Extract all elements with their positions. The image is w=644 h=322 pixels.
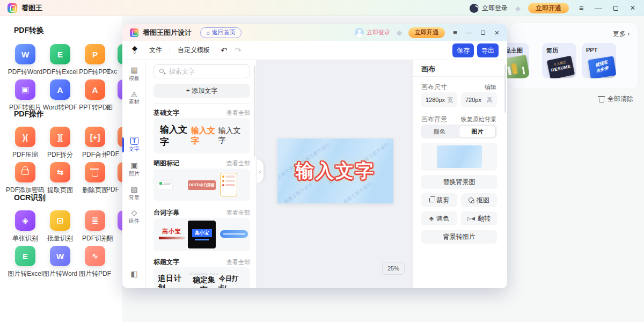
tool-ppt-to-pdf[interactable]: A PPT转PDF [85, 79, 105, 100]
subtitle-red-thumbnail[interactable]: 高小宝 [159, 228, 185, 239]
tab-photo[interactable]: ▣ 照片 [122, 161, 146, 178]
height-field[interactable]: 720px 高 [461, 92, 497, 107]
title-sample-2[interactable]: GAODING YOU 稳定集市 [189, 272, 219, 288]
subtitles-card: 高小宝 高小宝 [153, 218, 250, 251]
view-all-link[interactable]: 查看全部 [226, 159, 250, 167]
export-button[interactable]: 导出 [477, 43, 499, 57]
cutout-button[interactable]: 抠图 [461, 193, 497, 207]
search-input[interactable] [169, 65, 248, 78]
tool-delete-pages[interactable]: 删除页面 [85, 162, 105, 182]
modal-close-button[interactable]: × [493, 28, 501, 37]
bg-to-image-button[interactable]: 背景转图片 [421, 230, 497, 244]
modal-login-button[interactable]: 立即登录 [355, 28, 390, 37]
crop-button[interactable]: 裁剪 [421, 193, 457, 207]
bg-type-segmented: 颜色 图片 [421, 125, 497, 138]
save-button[interactable]: 保存 [452, 43, 474, 57]
collapse-panel-button[interactable]: ◧ [122, 269, 146, 278]
close-button[interactable]: × [628, 0, 638, 16]
subtitle-dark-thumbnail[interactable]: 高小宝 [188, 221, 216, 248]
props-scrollbar[interactable] [504, 64, 506, 113]
edit-size-link[interactable]: 编辑 [485, 83, 496, 91]
checklist-mark-thumbnail[interactable] [220, 173, 237, 196]
tool-word-to-pdf[interactable]: A Word转PDF [50, 79, 70, 100]
text-sample-bold[interactable]: 输入文字 [160, 123, 191, 148]
title-sample-3[interactable]: 今日打卡! [217, 274, 246, 288]
tool-image-to-pdf[interactable]: ∿ 图片转PDF [85, 246, 105, 266]
tool-pdf-compress[interactable]: )( PDF压缩 [15, 127, 35, 147]
title-sample-1[interactable]: 追日计划 [158, 274, 189, 288]
maximize-button[interactable] [611, 0, 620, 16]
image-design-modal: 看图王图片设计 ⌂ 返回首页 立即登录 ◆ 立即开通 ≡ — × ◆ [122, 24, 507, 288]
search-icon [159, 69, 164, 73]
text-sample-outline[interactable]: 输入文字 [191, 126, 218, 146]
note-mark-thumbnail[interactable] [158, 180, 173, 189]
canvas-artboard[interactable]: 看图王图片设计 看图王图片设计 看图王图片设计 看图王图片设计 看图王图片设计 … [277, 138, 393, 203]
modal-upgrade-button[interactable]: 立即开通 [408, 27, 445, 38]
tab-background[interactable]: ▨ 背景 [122, 185, 146, 201]
ootd-mark-thumbnail[interactable]: OOTD今日穿搭 [188, 180, 216, 190]
split-icon: ][ [50, 127, 70, 147]
back-home-button[interactable]: ⌂ 返回首页 [200, 27, 241, 38]
avatar [355, 28, 364, 37]
view-all-link[interactable]: 查看全部 [226, 258, 250, 266]
tool-pdf-to-excel[interactable]: E PDF转Excel [50, 44, 70, 64]
tab-assets[interactable]: ◬ 素材 [122, 89, 146, 106]
redo-button[interactable]: ↷ [235, 46, 242, 55]
pdf-doc-icon: A [50, 79, 70, 100]
modal-minimize-button[interactable]: — [465, 28, 473, 36]
modal-menu-icon[interactable]: ≡ [451, 28, 459, 36]
more-templates-link[interactable]: 更多 › [613, 30, 630, 39]
tool-pdf-password[interactable]: PDF添加密码 [15, 162, 35, 182]
view-all-link[interactable]: 查看全部 [226, 209, 250, 217]
tab-image[interactable]: 图片 [459, 126, 496, 137]
maximize-icon [613, 6, 618, 11]
clear-all-button[interactable]: 全部清除 [599, 94, 633, 104]
replace-bg-button[interactable]: 替换背景图 [421, 175, 497, 189]
template-card-resume[interactable]: 简历 个人简历 RESUME [542, 43, 576, 78]
tool-pdf-to-word[interactable]: W PDF转Word [15, 44, 35, 64]
collapse-handle[interactable]: ‹ [257, 159, 264, 183]
panel-scrollbar[interactable] [254, 65, 255, 157]
tool-extract-pages[interactable]: ⇆ 提取页面 [50, 162, 70, 182]
zoom-level-badge[interactable]: 25% [382, 262, 405, 275]
upgrade-button[interactable]: 立即开通 [528, 3, 569, 13]
chevron-left-icon: ‹ [259, 169, 261, 174]
view-all-link[interactable]: 查看全部 [226, 109, 250, 117]
tool-image-to-word[interactable]: W 图片转Word [50, 246, 70, 266]
text-sample-regular[interactable]: 输入文字 [218, 126, 244, 145]
bg-preview-thumbnail[interactable] [437, 145, 482, 168]
tool-pdf-to-image[interactable]: ▣ PDF转图片 [15, 79, 35, 100]
section-ocr: OCR识别 [14, 193, 46, 203]
tool-pdf-split[interactable]: ][ PDF拆分 [50, 127, 70, 147]
menu-custom-template[interactable]: 自定义模板 [178, 46, 210, 55]
image-icon: ▣ [15, 79, 35, 100]
undo-button[interactable]: ↶ [221, 46, 228, 55]
tab-color[interactable]: 颜色 [421, 125, 458, 138]
lock-icon [21, 170, 29, 175]
menu-file[interactable]: 文件 [149, 46, 162, 55]
tool-batch-ocr[interactable]: ⊡ 批量识别 [50, 210, 70, 231]
flip-button[interactable]: ▷◀ 翻转 [461, 211, 497, 225]
tool-pdf-merge[interactable]: [+] PDF合并 [85, 127, 105, 147]
tab-template[interactable]: ▦ 模板 [122, 65, 146, 82]
restore-bg-link[interactable]: 恢复原始背景 [461, 115, 496, 123]
tool-pdf-ocr[interactable]: ≣ PDF识别 [85, 210, 105, 231]
tab-components[interactable]: ◇ 组件 [122, 208, 146, 225]
tool-pdf-to-ppt[interactable]: P PDF转PPT [85, 44, 105, 64]
editor-logo-menu[interactable]: ◆ ∨ [132, 46, 137, 55]
tool-image-to-excel[interactable]: E 图片转Excel [15, 246, 35, 266]
adjust-color-button[interactable]: ♣ 调色 [421, 211, 457, 225]
tab-text[interactable]: T 文字 [122, 137, 146, 153]
width-field[interactable]: 1280px 宽 [421, 92, 457, 107]
add-text-button[interactable]: + 添加文字 [153, 84, 250, 98]
menu-icon[interactable]: ≡ [576, 0, 586, 16]
subtitle-blue-thumbnail[interactable] [220, 230, 248, 238]
canvas-text-element[interactable]: 输入文字 [277, 138, 393, 203]
divider [413, 76, 507, 77]
tool-single-ocr[interactable]: ◈ 单张识别 [15, 210, 35, 231]
minimize-button[interactable]: — [594, 0, 603, 16]
template-card-ppt[interactable]: PPT 就现在 向未来 [582, 43, 616, 78]
extract-pages-icon: ⇆ [50, 162, 70, 182]
login-button[interactable]: 立即登录 [470, 4, 508, 13]
modal-maximize-button[interactable] [479, 28, 487, 36]
